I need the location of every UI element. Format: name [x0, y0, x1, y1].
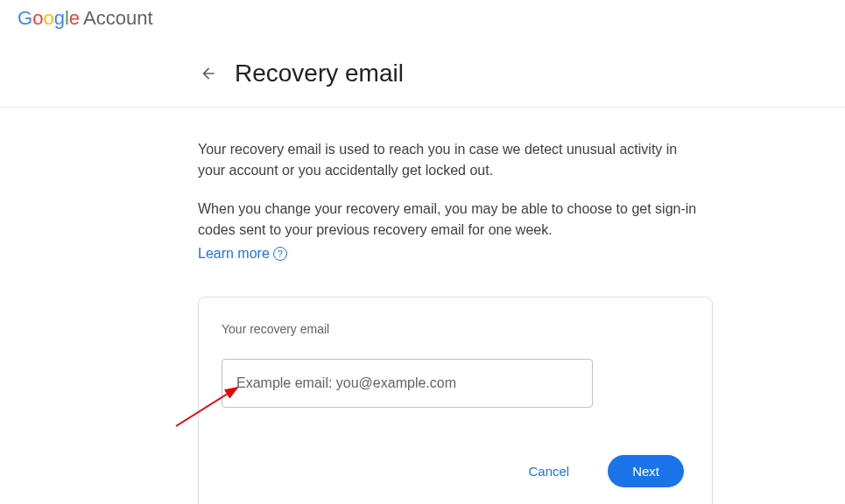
learn-more-link[interactable]: Learn more ? [198, 246, 287, 262]
logo-letter-g1: G [18, 7, 32, 30]
logo-letter-g2: g [54, 7, 65, 30]
logo-account-text: Account [83, 7, 153, 30]
description-text-2: When you change your recovery email, you… [198, 199, 706, 241]
description-text-1: Your recovery email is used to reach you… [198, 139, 706, 181]
next-button[interactable]: Next [608, 455, 684, 487]
page-title: Recovery email [235, 60, 404, 88]
google-account-logo: Google Account [18, 7, 153, 30]
back-arrow-icon[interactable] [198, 63, 219, 84]
top-bar: Google Account [0, 0, 845, 44]
logo-letter-o2: o [43, 7, 53, 30]
logo-letter-o1: o [32, 7, 43, 30]
recovery-email-input[interactable] [222, 359, 593, 408]
cancel-button[interactable]: Cancel [518, 457, 580, 486]
learn-more-text: Learn more [198, 246, 270, 262]
logo-letter-e: e [69, 7, 80, 30]
title-row: Recovery email [0, 44, 845, 108]
help-icon: ? [273, 247, 287, 261]
recovery-email-card: Your recovery email Cancel Next [198, 297, 713, 504]
recovery-email-label: Your recovery email [222, 322, 689, 336]
main-content: Your recovery email is used to reach you… [0, 108, 715, 504]
card-actions: Cancel Next [222, 455, 689, 487]
